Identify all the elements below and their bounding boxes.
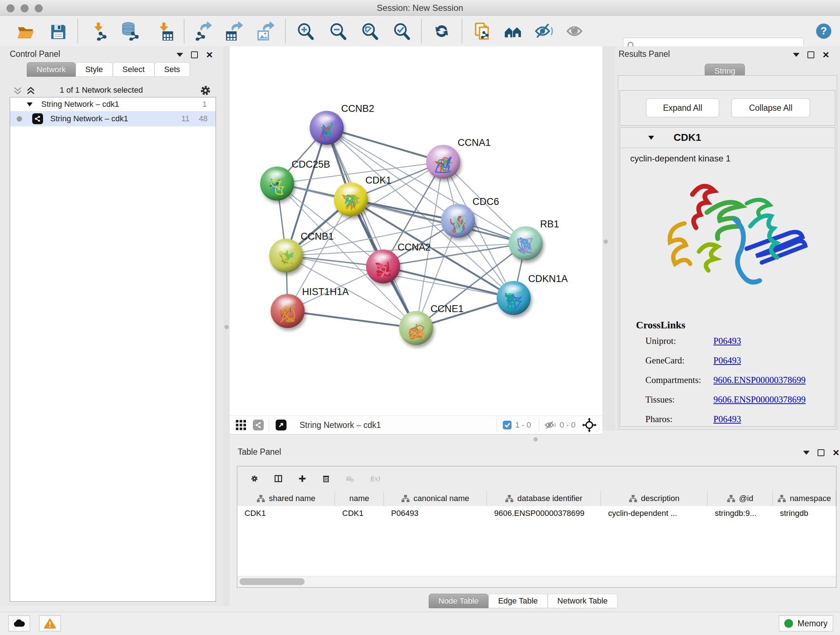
first-neighbors-button[interactable]	[502, 21, 523, 42]
network-collection-row[interactable]: String Network – cdk1 1	[10, 97, 216, 111]
node-label-cdc6: CDC6	[472, 196, 499, 207]
collapse-all-button[interactable]: Collapse All	[731, 98, 810, 117]
delete-column-button[interactable]	[320, 472, 333, 485]
export-table-button[interactable]	[223, 21, 244, 42]
cell-canonical-name[interactable]: P06493	[384, 506, 487, 521]
caret-down-icon[interactable]	[26, 101, 33, 107]
section-caret-down-icon[interactable]	[647, 135, 655, 141]
cell--id[interactable]: stringdb:9...	[707, 506, 773, 521]
edge-hist1h1a-ccne1[interactable]	[287, 311, 416, 328]
results-close-icon[interactable]: ✕	[822, 52, 829, 57]
save-session-icon	[48, 22, 67, 41]
zoom-in-button[interactable]	[294, 21, 316, 42]
cell-shared-name[interactable]: CDK1	[237, 506, 335, 521]
crosslink-link[interactable]: P06493	[714, 414, 741, 424]
node-hist1h1a[interactable]: HIST1H1A	[271, 287, 349, 328]
panel-float-icon[interactable]	[191, 51, 198, 58]
protein-section-header[interactable]: CDK1	[620, 127, 835, 148]
network-share-icon[interactable]	[253, 420, 264, 431]
crosslink-link[interactable]: 9606.ENSP00000378699	[714, 394, 806, 405]
results-float-icon[interactable]	[807, 51, 814, 58]
birds-eye-view-icon[interactable]	[235, 419, 247, 431]
save-session-button[interactable]	[47, 21, 68, 42]
table-close-icon[interactable]: ✕	[832, 450, 840, 455]
expand-all-button[interactable]: Expand All	[646, 98, 719, 117]
crosslink-link[interactable]: P06493	[714, 336, 741, 346]
network-graph[interactable]: CCNB2CCNA1CDC25BCDK1CDC6RB1CCNB1CCNA2CDK…	[230, 46, 602, 416]
import-network-file-button[interactable]	[88, 21, 109, 42]
node-ccne1[interactable]: CCNE1	[399, 303, 464, 345]
edge-ccnb2-ccne1[interactable]	[327, 128, 416, 328]
crosslink-link[interactable]: P06493	[714, 356, 741, 366]
duplicate-network-button[interactable]	[471, 21, 493, 42]
column-header-namespace[interactable]: namespace	[773, 491, 836, 506]
tab-edge-table[interactable]: Edge Table	[488, 594, 548, 608]
column-header-canonical-name[interactable]: canonical name	[384, 491, 487, 506]
cell-database-identifier[interactable]: 9606.ENSP00000378699	[487, 506, 601, 521]
cell-namespace[interactable]: stringdb	[773, 506, 836, 521]
table-menu-icon[interactable]	[803, 451, 810, 455]
refresh-button[interactable]	[431, 21, 452, 42]
panel-close-icon[interactable]: ✕	[206, 52, 213, 57]
refresh-icon	[432, 22, 451, 41]
warning-button[interactable]	[39, 616, 61, 631]
column-header-database-identifier[interactable]: database identifier	[487, 491, 601, 506]
node-cdc25b[interactable]: CDC25B	[260, 159, 330, 201]
node-cdkn1a[interactable]: CDKN1A	[497, 273, 568, 315]
hidden-eye-slash-icon[interactable]	[545, 420, 557, 430]
import-table-button[interactable]	[153, 21, 174, 42]
cell-name[interactable]: CDK1	[335, 506, 384, 521]
node-rb1[interactable]: RB1	[508, 219, 559, 260]
export-network-button[interactable]	[193, 21, 214, 42]
network-edges[interactable]	[277, 128, 526, 328]
tab-network[interactable]: Network	[27, 62, 76, 77]
column-header-name[interactable]: name	[335, 491, 384, 506]
import-network-database-button[interactable]	[118, 21, 140, 42]
node-ccnb1[interactable]: CCNB1	[269, 231, 334, 272]
help-button[interactable]: ?	[813, 21, 834, 42]
cell-description[interactable]: cyclin-dependent ...	[601, 506, 707, 521]
edge-ccnb2-ccna1[interactable]	[327, 128, 443, 162]
table-tabs: Node TableEdge TableNetwork Table	[429, 594, 617, 608]
node-ccna1[interactable]: CCNA1	[426, 137, 491, 179]
column-header--id[interactable]: @id	[707, 491, 773, 506]
show-all-button[interactable]	[564, 21, 585, 42]
memory-button[interactable]: Memory	[779, 616, 833, 631]
tab-node-table[interactable]: Node Table	[429, 594, 488, 608]
tab-style[interactable]: Style	[76, 62, 113, 77]
gear-button[interactable]	[248, 472, 261, 485]
column-header-shared-name[interactable]: shared name	[237, 491, 335, 506]
zoom-fit-button[interactable]	[359, 21, 380, 42]
tab-sets[interactable]: Sets	[155, 62, 190, 77]
selected-checkbox-icon[interactable]	[502, 420, 512, 430]
table-horizontal-scrollbar[interactable]	[237, 576, 836, 587]
network-canvas[interactable]: CCNB2CCNA1CDC25BCDK1CDC6RB1CCNB1CCNA2CDK…	[230, 46, 602, 416]
edge-cdk1-rb1[interactable]	[351, 200, 526, 243]
open-session-button[interactable]	[14, 21, 35, 42]
tab-network-table[interactable]: Network Table	[548, 594, 617, 608]
scrollbar-thumb[interactable]	[240, 578, 305, 585]
zoom-out-button[interactable]	[327, 21, 348, 42]
hide-selected-button[interactable]	[533, 21, 554, 42]
zoom-selected-button[interactable]	[391, 21, 412, 42]
results-menu-icon[interactable]	[793, 53, 799, 57]
open-in-new-window-icon[interactable]	[276, 420, 286, 431]
table-row[interactable]: CDK1CDK1P064939606.ENSP00000378699cyclin…	[237, 506, 836, 521]
network-row-selected[interactable]: String Network – cdk1 11 48	[10, 111, 216, 126]
column-header-description[interactable]: description	[601, 491, 707, 506]
crosslink-link[interactable]: 9606.ENSP00000378699	[714, 375, 806, 385]
node-label-ccne1: CCNE1	[431, 303, 464, 314]
add-column-button[interactable]	[296, 472, 309, 485]
tab-select[interactable]: Select	[113, 62, 155, 77]
cloud-button[interactable]	[8, 616, 30, 631]
horizontal-splitter[interactable]	[230, 434, 840, 443]
gear-icon[interactable]	[200, 85, 211, 96]
left-splitter[interactable]	[224, 46, 230, 606]
fit-content-crosshair-icon[interactable]	[582, 418, 597, 432]
export-image-button[interactable]	[255, 21, 276, 42]
table-float-icon[interactable]	[818, 449, 824, 456]
panel-menu-icon[interactable]	[177, 53, 183, 57]
node-cdk1[interactable]: CDK1	[334, 175, 392, 217]
columns-button[interactable]	[272, 472, 285, 485]
right-splitter[interactable]	[602, 46, 615, 431]
